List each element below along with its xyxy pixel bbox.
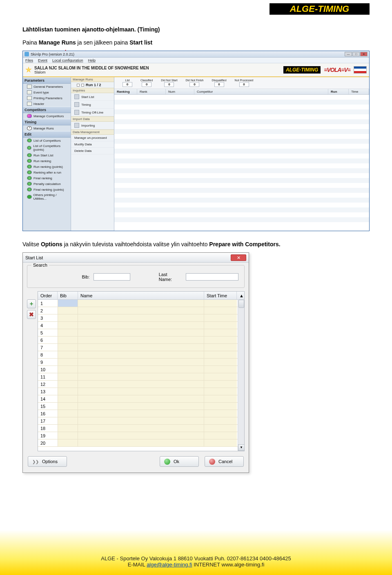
col-bib[interactable]: Bib [58, 292, 78, 299]
cell-starttime[interactable] [204, 403, 237, 410]
table-row[interactable]: 17 [38, 417, 244, 425]
cell-bib[interactable] [58, 344, 78, 351]
btn-delete-data[interactable]: Delete Data [71, 148, 114, 154]
cell-starttime[interactable] [204, 359, 237, 366]
col-scroll-spacer[interactable]: ▲ [237, 292, 244, 299]
table-row[interactable]: 6 [38, 337, 244, 344]
sb-timing[interactable]: Timing [23, 119, 71, 125]
cell-name[interactable] [78, 307, 204, 314]
cell-starttime[interactable] [204, 322, 237, 329]
menu-help[interactable]: Help [88, 58, 96, 62]
menu-files[interactable]: Files [25, 58, 33, 62]
cell-name[interactable] [78, 403, 204, 410]
table-row[interactable]: 16 [38, 410, 244, 417]
btn-manage-unprocessed[interactable]: Manage un-processed [71, 135, 114, 141]
cell-name[interactable] [78, 388, 204, 395]
table-row[interactable]: 12 [38, 381, 244, 388]
cell-name[interactable] [78, 300, 204, 307]
options-button[interactable]: ❯❯ Options [28, 456, 67, 467]
cell-name[interactable] [78, 351, 204, 358]
lastname-input[interactable] [186, 273, 238, 281]
cell-starttime[interactable] [204, 439, 237, 446]
cell-name[interactable] [78, 439, 204, 446]
cell-name[interactable] [78, 425, 204, 432]
cell-name[interactable] [78, 329, 204, 336]
sb-run-ranking[interactable]: Run ranking [23, 158, 71, 164]
cell-starttime[interactable] [204, 381, 237, 388]
cell-name[interactable] [78, 359, 204, 366]
sb-others-printing[interactable]: Others printing / Utilities... [23, 192, 71, 201]
col-rank[interactable]: Rank [137, 89, 166, 94]
cell-starttime[interactable] [204, 314, 237, 321]
cell-bib[interactable] [58, 403, 78, 410]
cell-name[interactable] [78, 417, 204, 424]
cell-bib[interactable] [58, 307, 78, 314]
cell-starttime[interactable] [204, 344, 237, 351]
menu-localconfig[interactable]: Local configuration [52, 58, 83, 62]
sb-run-start-list[interactable]: Run Start List [23, 152, 71, 158]
table-row[interactable]: 3 [38, 314, 244, 322]
btn-start-list[interactable]: Start List [71, 93, 114, 101]
cell-starttime[interactable] [204, 329, 237, 336]
close-button[interactable]: ✕ [360, 52, 368, 56]
cell-starttime[interactable] [204, 373, 237, 380]
sb-manage-competitors[interactable]: Manage Competitors [23, 113, 71, 119]
cell-starttime[interactable] [204, 388, 237, 395]
cell-bib[interactable] [58, 410, 78, 417]
cell-name[interactable] [78, 314, 204, 321]
sb-list-competitors[interactable]: List of Competitors [23, 138, 71, 143]
maximize-button[interactable]: □ [352, 52, 360, 56]
cell-starttime[interactable] [204, 425, 237, 432]
cell-bib[interactable] [58, 322, 78, 329]
table-row[interactable]: 2 [38, 307, 244, 314]
dialog-close-button[interactable]: ✕ [231, 254, 246, 261]
footer-email-link[interactable]: alge@alge-timing.fi [147, 562, 192, 568]
cell-starttime[interactable] [204, 417, 237, 424]
cell-starttime[interactable] [204, 432, 237, 439]
scrollbar[interactable]: ▼ [238, 300, 244, 451]
sb-run-ranking-points[interactable]: Run ranking (points) [23, 164, 71, 169]
bib-input[interactable] [94, 273, 130, 281]
sb-general-parameters[interactable]: General Parameters [23, 84, 71, 89]
sb-parameters[interactable]: Parameters [23, 77, 71, 84]
btn-timing[interactable]: Timing [71, 101, 114, 109]
cell-starttime[interactable] [204, 410, 237, 417]
cell-starttime[interactable] [204, 300, 237, 307]
cell-bib[interactable] [58, 417, 78, 424]
col-order[interactable]: Order [38, 292, 58, 299]
cell-name[interactable] [78, 381, 204, 388]
cell-starttime[interactable] [204, 337, 237, 343]
sb-header-item[interactable]: Header [23, 101, 71, 107]
cancel-button[interactable]: Cancel [205, 456, 244, 467]
table-row[interactable]: 10 [38, 366, 244, 373]
btn-importing[interactable]: Importing [71, 122, 114, 129]
minimize-button[interactable]: — [345, 52, 352, 56]
sb-manage-runs[interactable]: Manage Runs [23, 125, 71, 131]
table-row[interactable]: 5 [38, 329, 244, 337]
scrollbar-down[interactable]: ▼ [238, 444, 244, 451]
cell-bib[interactable] [58, 432, 78, 439]
sb-printing-parameters[interactable]: Printing Parameters [23, 95, 71, 101]
col-name[interactable]: Name [78, 292, 204, 299]
col-time[interactable]: Time [349, 89, 369, 94]
cell-bib[interactable] [58, 373, 78, 380]
cell-bib[interactable] [58, 300, 78, 307]
sb-competitors[interactable]: Competitors [23, 107, 71, 113]
sb-ranking-after-run[interactable]: Ranking after a run [23, 169, 71, 175]
menu-event[interactable]: Event [38, 58, 47, 62]
col-num[interactable]: Num [166, 89, 194, 94]
table-row[interactable]: 15 [38, 403, 244, 410]
sb-event-type[interactable]: Event type [23, 89, 71, 95]
cell-bib[interactable] [58, 329, 78, 336]
cell-name[interactable] [78, 373, 204, 380]
table-row[interactable]: 19 [38, 432, 244, 439]
cell-starttime[interactable] [204, 351, 237, 358]
col-ranking[interactable]: Ranking [114, 89, 137, 94]
cell-bib[interactable] [58, 425, 78, 432]
delete-row-button[interactable]: ✖ [27, 310, 36, 319]
cell-starttime[interactable] [204, 395, 237, 402]
col-competitor[interactable]: Competitor [194, 89, 328, 94]
cell-bib[interactable] [58, 351, 78, 358]
cell-name[interactable] [78, 432, 204, 439]
btn-modify-data[interactable]: Modify Data [71, 141, 114, 148]
